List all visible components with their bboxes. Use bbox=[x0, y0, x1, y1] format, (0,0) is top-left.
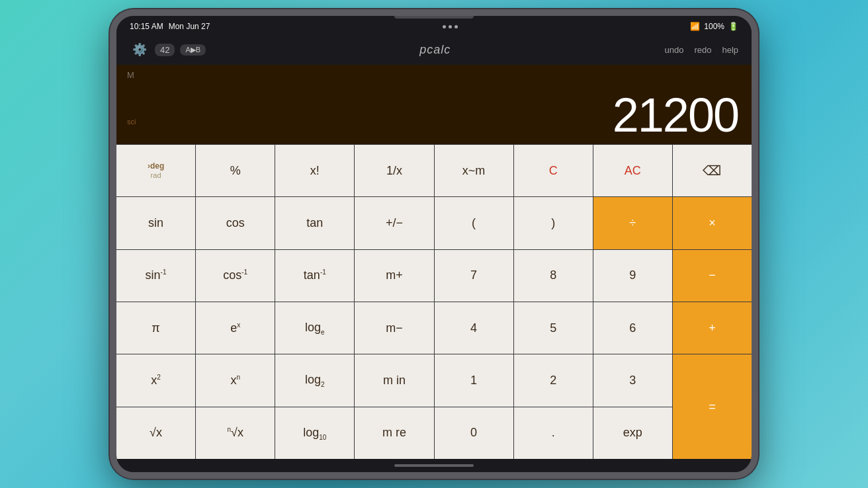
arcsin-button[interactable]: sin-1 bbox=[116, 250, 195, 302]
battery-icon: 🔋 bbox=[728, 22, 738, 31]
xm-button[interactable]: x~m bbox=[435, 145, 513, 196]
home-bar bbox=[394, 464, 474, 467]
display: M sci 21200 bbox=[116, 65, 752, 144]
nth-root-button[interactable]: n√x bbox=[196, 407, 275, 459]
decimal-button[interactable]: . bbox=[514, 407, 593, 459]
top-bar-left: ⚙️ 42 A▶B bbox=[130, 40, 206, 60]
dot2 bbox=[449, 25, 452, 28]
dot3 bbox=[455, 25, 458, 28]
four-button[interactable]: 4 bbox=[435, 302, 513, 354]
clear-button[interactable]: C bbox=[514, 145, 593, 196]
multiply-button[interactable]: × bbox=[673, 197, 752, 249]
log2-button[interactable]: log2 bbox=[275, 354, 354, 406]
arctan-button[interactable]: tan-1 bbox=[275, 250, 354, 302]
ln-button[interactable]: loge bbox=[275, 302, 354, 354]
conversion-button[interactable]: A▶B bbox=[180, 44, 206, 56]
plus-minus-button[interactable]: +/− bbox=[355, 197, 433, 249]
divide-button[interactable]: ÷ bbox=[593, 197, 672, 249]
two-button[interactable]: 2 bbox=[514, 354, 593, 406]
status-bar: 10:15 AM Mon Jun 27 📶 100% 🔋 bbox=[116, 16, 752, 37]
display-value: 21200 bbox=[130, 91, 738, 139]
arccos-button[interactable]: cos-1 bbox=[196, 250, 275, 302]
status-center bbox=[443, 25, 458, 28]
sqrt-button[interactable]: √x bbox=[116, 407, 195, 459]
date: Mon Jun 27 bbox=[169, 22, 210, 31]
sin-button[interactable]: sin bbox=[116, 197, 195, 249]
all-clear-button[interactable]: AC bbox=[593, 145, 672, 196]
top-bar: ⚙️ 42 A▶B pcalc undo redo help bbox=[116, 37, 752, 65]
equals-button[interactable]: = bbox=[673, 354, 752, 459]
zero-button[interactable]: 0 bbox=[435, 407, 513, 459]
ipad-frame: 10:15 AM Mon Jun 27 📶 100% 🔋 ⚙️ 42 A▶B p… bbox=[110, 9, 758, 479]
reciprocal-button[interactable]: 1/x bbox=[355, 145, 433, 196]
m-re-button[interactable]: m re bbox=[355, 407, 433, 459]
redo-button[interactable]: redo bbox=[694, 45, 711, 55]
minus-button[interactable]: − bbox=[673, 250, 752, 302]
buttons-grid: ›deg rad % x! 1/x x~m C AC ⌫ sin cos tan… bbox=[116, 144, 752, 459]
battery-text: 100% bbox=[704, 22, 724, 31]
power-button[interactable]: xn bbox=[196, 354, 275, 406]
log10-button[interactable]: log10 bbox=[275, 407, 354, 459]
mode-indicator: sci bbox=[127, 118, 136, 126]
plus-button[interactable]: + bbox=[673, 302, 752, 354]
time: 10:15 AM bbox=[130, 22, 163, 31]
app-title: pcalc bbox=[419, 43, 451, 57]
cos-button[interactable]: cos bbox=[196, 197, 275, 249]
factorial-button[interactable]: x! bbox=[275, 145, 354, 196]
one-button[interactable]: 1 bbox=[435, 354, 513, 406]
nine-button[interactable]: 9 bbox=[593, 250, 672, 302]
m-plus-button[interactable]: m+ bbox=[355, 250, 433, 302]
dot1 bbox=[443, 25, 446, 28]
undo-button[interactable]: undo bbox=[664, 45, 683, 55]
top-bar-right: undo redo help bbox=[664, 45, 738, 55]
backspace-button[interactable]: ⌫ bbox=[673, 145, 752, 196]
tan-button[interactable]: tan bbox=[275, 197, 354, 249]
status-left: 10:15 AM Mon Jun 27 bbox=[130, 22, 210, 31]
settings-icon[interactable]: ⚙️ bbox=[130, 40, 150, 60]
close-paren-button[interactable]: ) bbox=[514, 197, 593, 249]
home-indicator bbox=[116, 459, 752, 472]
help-button[interactable]: help bbox=[722, 45, 738, 55]
exp-e-button[interactable]: ex bbox=[196, 302, 275, 354]
five-button[interactable]: 5 bbox=[514, 302, 593, 354]
status-right: 📶 100% 🔋 bbox=[690, 22, 738, 31]
m-in-button[interactable]: m in bbox=[355, 354, 433, 406]
seven-button[interactable]: 7 bbox=[435, 250, 513, 302]
open-paren-button[interactable]: ( bbox=[435, 197, 513, 249]
three-button[interactable]: 3 bbox=[593, 354, 672, 406]
exp-button[interactable]: exp bbox=[593, 407, 672, 459]
eight-button[interactable]: 8 bbox=[514, 250, 593, 302]
m-minus-button[interactable]: m− bbox=[355, 302, 433, 354]
deg-rad-button[interactable]: ›deg rad bbox=[116, 145, 195, 196]
pi-button[interactable]: π bbox=[116, 302, 195, 354]
percent-button[interactable]: % bbox=[196, 145, 275, 196]
badge[interactable]: 42 bbox=[155, 44, 175, 56]
calc-area: M sci 21200 ›deg rad % x! 1/x x~m C AC ⌫… bbox=[116, 65, 752, 459]
six-button[interactable]: 6 bbox=[593, 302, 672, 354]
square-button[interactable]: x2 bbox=[116, 354, 195, 406]
wifi-icon: 📶 bbox=[690, 22, 700, 31]
memory-indicator: M bbox=[127, 70, 134, 80]
